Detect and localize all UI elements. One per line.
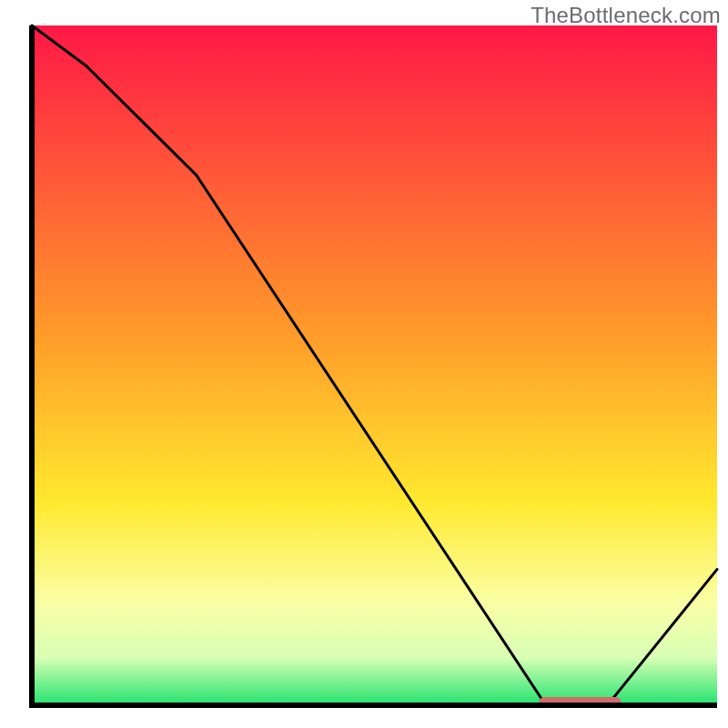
chart-container: TheBottleneck.com xyxy=(0,0,728,728)
bottleneck-chart xyxy=(0,0,728,728)
plot-background xyxy=(32,25,717,705)
watermark-text: TheBottleneck.com xyxy=(531,3,721,28)
